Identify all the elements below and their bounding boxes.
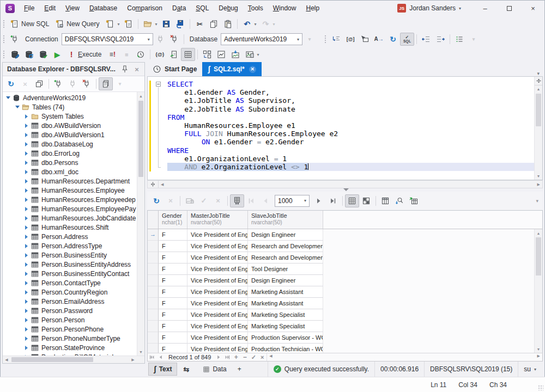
close-button[interactable]: × bbox=[521, 1, 545, 16]
code-line[interactable]: FULL JOIN HumanResources.Employee e2 bbox=[167, 130, 534, 138]
toolbar-grip[interactable] bbox=[3, 50, 5, 59]
twisty-icon[interactable] bbox=[23, 216, 29, 220]
twisty-icon[interactable] bbox=[5, 96, 11, 99]
cell-master-job-title[interactable]: Vice President of Engineering bbox=[187, 286, 248, 298]
tree-vertical-scrollbar[interactable]: ▲ ▼ bbox=[137, 92, 144, 356]
code-line[interactable]: ON e1.Gender = e2.Gender bbox=[167, 138, 534, 146]
twisty-icon[interactable] bbox=[23, 281, 29, 285]
code-line[interactable]: e1.JobTitle AS Supervisor, bbox=[167, 96, 534, 105]
splitter-icon[interactable] bbox=[148, 181, 159, 188]
editor-horizontal-scrollbar[interactable]: ◀ ▶ bbox=[147, 180, 543, 188]
code-line[interactable]: e1.OrganizationLevel = 1 bbox=[167, 155, 534, 163]
tree-item[interactable]: Person.BusinessEntityContact bbox=[3, 269, 144, 278]
connection-combobox[interactable]: DBFSQLSRV\SQL2019 ▾ bbox=[62, 33, 153, 45]
toolbar-button[interactable]: ▾ bbox=[113, 77, 127, 90]
toolbar-grip[interactable] bbox=[3, 20, 5, 28]
user-info[interactable]: su ▾ bbox=[518, 362, 542, 377]
twisty-icon[interactable] bbox=[23, 336, 29, 341]
cell-gender[interactable]: F bbox=[159, 298, 187, 309]
cell-slave-job-title[interactable]: Design Engineer bbox=[248, 275, 323, 286]
cell-slave-job-title[interactable]: Production Technician - WC60 bbox=[248, 344, 323, 353]
toolbar-button[interactable] bbox=[392, 194, 407, 207]
twisty-icon[interactable] bbox=[23, 161, 29, 165]
code-line[interactable]: FROM bbox=[167, 113, 534, 121]
editor-vertical-scrollbar[interactable]: ▲ ▼ bbox=[534, 77, 542, 180]
cell-gender[interactable]: F bbox=[159, 252, 187, 264]
cell-slave-job-title[interactable]: Tool Designer bbox=[248, 264, 323, 275]
twisty-icon[interactable] bbox=[23, 235, 29, 239]
cell-master-job-title[interactable]: Vice President of Engineering bbox=[187, 252, 248, 264]
twisty-icon[interactable] bbox=[23, 179, 29, 183]
twisty-icon[interactable] bbox=[23, 327, 29, 332]
tree-item[interactable]: HumanResources.Shift bbox=[3, 223, 144, 232]
table-row[interactable]: F Vice President of Engineering Tool Des… bbox=[148, 264, 534, 275]
row-selector[interactable] bbox=[148, 264, 159, 275]
row-selector[interactable] bbox=[148, 286, 159, 298]
toolbar-button[interactable]: New SQL bbox=[8, 17, 53, 30]
cell-slave-job-title[interactable]: Research and Development Engineer bbox=[248, 241, 323, 252]
cell-master-job-title[interactable]: Vice President of Engineering bbox=[187, 298, 248, 309]
toolbar-button[interactable] bbox=[141, 17, 159, 30]
column-header[interactable]: MasterJobTitle nvarchar(50) bbox=[187, 211, 248, 229]
minimize-button[interactable]: – bbox=[473, 1, 497, 16]
toolbar-button[interactable]: × bbox=[211, 194, 225, 207]
cell-gender[interactable]: F bbox=[159, 332, 187, 344]
tree-item[interactable]: Tables (74) bbox=[3, 102, 144, 112]
toolbar-button[interactable] bbox=[207, 17, 221, 30]
row-selector[interactable] bbox=[148, 344, 159, 353]
cell-gender[interactable]: F bbox=[159, 241, 187, 252]
avatar[interactable]: JS bbox=[397, 4, 406, 13]
tree-item[interactable]: HumanResources.EmployeePay bbox=[3, 204, 144, 213]
toolbar-button[interactable]: ▾ bbox=[467, 33, 481, 46]
cell-master-job-title[interactable]: Vice President of Engineering bbox=[187, 321, 248, 332]
twisty-icon[interactable] bbox=[23, 170, 29, 174]
row-selector[interactable] bbox=[148, 321, 159, 332]
toolbar-button[interactable] bbox=[329, 33, 343, 46]
tree-item[interactable]: Person.AddressType bbox=[3, 241, 144, 250]
table-row[interactable]: F Vice President of Engineering Marketin… bbox=[148, 298, 534, 309]
toolbar-button[interactable]: ! Execute bbox=[64, 48, 105, 61]
toolbar-button[interactable] bbox=[407, 194, 421, 207]
cell-master-job-title[interactable]: Vice President of Engineering bbox=[187, 275, 248, 286]
toolbar-button[interactable] bbox=[214, 48, 228, 61]
toolbar-button[interactable] bbox=[167, 48, 181, 61]
tree-item[interactable]: dbo.xml_doc bbox=[3, 167, 144, 176]
cell-gender[interactable]: F bbox=[159, 344, 187, 353]
toolbar-button[interactable] bbox=[183, 194, 197, 207]
menu-item[interactable]: View bbox=[60, 2, 84, 14]
scroll-up-icon[interactable]: ▲ bbox=[535, 85, 542, 93]
twisty-icon[interactable] bbox=[23, 142, 29, 146]
scroll-right-icon[interactable]: ▶ bbox=[129, 356, 137, 363]
twisty-icon[interactable] bbox=[23, 133, 29, 137]
row-selector[interactable] bbox=[148, 275, 159, 286]
toolbar-button[interactable] bbox=[51, 77, 65, 90]
twisty-icon[interactable] bbox=[23, 290, 29, 295]
twisty-icon[interactable] bbox=[23, 272, 29, 276]
tree-item[interactable]: Person.Person bbox=[3, 315, 144, 324]
toolbar-button[interactable]: × bbox=[18, 77, 32, 90]
sql-editor[interactable]: SELECT e1.Gender AS Gender, e1.JobTitle … bbox=[147, 76, 543, 180]
column-header[interactable]: SlaveJobTitle nvarchar(50) bbox=[248, 211, 323, 229]
user-name[interactable]: Jordan Sanders bbox=[409, 4, 456, 12]
delete-record-icon[interactable]: − bbox=[240, 353, 249, 361]
toolbar-button[interactable] bbox=[419, 33, 433, 46]
tree-item[interactable]: HumanResources.JobCandidate bbox=[3, 213, 144, 223]
cell-gender[interactable]: F bbox=[159, 264, 187, 275]
tree-item[interactable]: dbo.AWBuildVersion bbox=[3, 121, 144, 130]
row-selector[interactable] bbox=[148, 252, 159, 264]
code-line[interactable]: AND e2.OrganizationLevel <> 1 bbox=[167, 163, 534, 171]
toolbar-button[interactable]: ▶ bbox=[50, 48, 64, 61]
scroll-thumb[interactable] bbox=[11, 357, 93, 362]
toolbar-button[interactable] bbox=[181, 48, 195, 61]
splitter-collapse-icon[interactable] bbox=[343, 188, 349, 191]
tree-item[interactable]: HumanResources.Employeedep bbox=[3, 195, 144, 204]
twisty-icon[interactable] bbox=[23, 309, 29, 313]
toolbar-button[interactable] bbox=[122, 17, 136, 30]
toolbar-button[interactable]: (@) bbox=[153, 48, 167, 61]
menu-item[interactable]: Help bbox=[301, 2, 324, 14]
row-selector[interactable] bbox=[148, 332, 159, 344]
append-record-icon[interactable]: + bbox=[232, 353, 240, 361]
toolbar-grip[interactable] bbox=[324, 35, 326, 44]
toolbar-button[interactable]: ↷ bbox=[258, 17, 277, 30]
table-row[interactable]: F Vice President of Engineering Marketin… bbox=[148, 309, 534, 321]
